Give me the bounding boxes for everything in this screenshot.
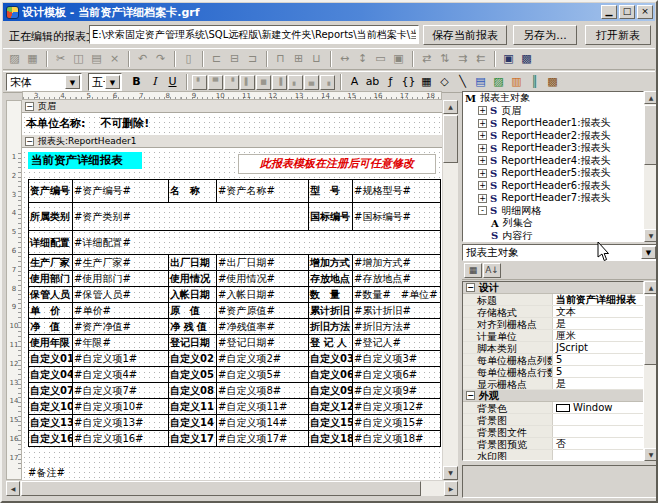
- collapse-icon[interactable]: −: [25, 102, 34, 111]
- label-cell[interactable]: 自定义06: [309, 367, 353, 383]
- field-cell[interactable]: #自定义项14#: [217, 415, 309, 431]
- insert-ole-button[interactable]: ▩: [544, 74, 561, 91]
- field-cell[interactable]: #登记日期#: [217, 335, 309, 351]
- field-cell[interactable]: #自定义项3#: [353, 351, 441, 367]
- delete-icon[interactable]: ×: [106, 51, 123, 68]
- label-cell[interactable]: 自定义09: [309, 383, 353, 399]
- label-cell[interactable]: 原 值: [169, 303, 217, 319]
- cell-align-bottom-left-button[interactable]: ▖: [288, 75, 303, 90]
- field-cell[interactable]: #规格型号#: [353, 180, 441, 203]
- property-value[interactable]: 否: [553, 438, 643, 449]
- space-equal-v-icon[interactable]: ⇅: [436, 51, 453, 68]
- space-equal-h-icon[interactable]: ⇄: [418, 51, 435, 68]
- collapse-icon[interactable]: −: [466, 283, 475, 292]
- bring-to-front-icon[interactable]: ▣: [500, 51, 517, 68]
- tree-item[interactable]: +S页眉: [463, 105, 643, 118]
- label-cell[interactable]: 出厂日期: [169, 255, 217, 271]
- company-name-field[interactable]: 本单位名称: 不可删除!: [26, 116, 149, 131]
- tree-item[interactable]: +SReportHeader3:报表头: [463, 142, 643, 155]
- label-cell[interactable]: 资产编号: [29, 180, 73, 203]
- scroll-down-icon[interactable]: ▼: [443, 466, 458, 480]
- register-notice-field[interactable]: 此报表模板在注册后可任意修改: [238, 154, 436, 174]
- open-new-report-button[interactable]: 打开新表: [585, 25, 651, 45]
- increase-space-icon[interactable]: ⇉: [454, 51, 471, 68]
- field-cell[interactable]: #自定义项15#: [353, 415, 441, 431]
- scroll-left-icon[interactable]: ◀: [6, 481, 20, 496]
- label-cell[interactable]: 自定义16: [29, 431, 73, 447]
- label-cell[interactable]: 自定义04: [29, 367, 73, 383]
- property-value[interactable]: 是: [553, 378, 643, 389]
- label-cell[interactable]: 自定义08: [169, 383, 217, 399]
- report-title-field[interactable]: 当前资产详细报表: [28, 152, 142, 169]
- field-cell[interactable]: #出厂日期#: [217, 255, 309, 271]
- scroll-down-icon[interactable]: ▼: [644, 448, 658, 461]
- label-cell[interactable]: 累计折旧: [309, 303, 353, 319]
- align-right-icon[interactable]: ⊐: [244, 51, 261, 68]
- paste-icon[interactable]: ▤: [88, 51, 105, 68]
- tree-item[interactable]: +SReportHeader5:报表头: [463, 167, 643, 180]
- label-cell[interactable]: 存放地点: [309, 271, 353, 287]
- field-cell[interactable]: #资产原值#: [217, 303, 309, 319]
- label-cell[interactable]: 自定义14: [169, 415, 217, 431]
- font-family-combo[interactable]: 宋体 ▼: [6, 73, 82, 91]
- save-report-icon[interactable]: ▦: [24, 51, 41, 68]
- expand-icon[interactable]: +: [478, 181, 487, 190]
- expand-icon[interactable]: +: [478, 119, 487, 128]
- tree-item[interactable]: A列集合: [463, 217, 643, 230]
- maximize-button[interactable]: □: [619, 5, 635, 19]
- font-size-combo[interactable]: 五号 ▼: [88, 73, 122, 91]
- field-cell[interactable]: #国标编号#: [353, 203, 441, 231]
- band-header-report-header1[interactable]: − 报表头:ReportHeader1: [22, 135, 442, 148]
- field-cell[interactable]: #保管人员#: [73, 287, 169, 303]
- close-button[interactable]: ×: [637, 5, 653, 19]
- field-cell[interactable]: #自定义项11#: [217, 399, 309, 415]
- label-cell[interactable]: 自定义11: [169, 399, 217, 415]
- cell-align-middle-right-button[interactable]: ▐: [272, 75, 287, 90]
- field-cell[interactable]: #数量# #单位#: [353, 287, 441, 303]
- insert-chart-button[interactable]: ▥: [508, 74, 525, 91]
- expand-icon[interactable]: +: [478, 194, 487, 203]
- field-cell[interactable]: #使用部门#: [73, 271, 169, 287]
- label-cell[interactable]: 净 值: [29, 319, 73, 335]
- property-group-row[interactable]: −外观: [463, 390, 643, 402]
- collapse-icon[interactable]: −: [25, 137, 34, 146]
- underline-button[interactable]: U: [164, 74, 181, 91]
- label-cell[interactable]: 详细配置: [29, 231, 73, 255]
- field-cell[interactable]: #净残值率#: [217, 319, 309, 335]
- scroll-up-icon[interactable]: ▲: [644, 91, 658, 104]
- report-path-input[interactable]: [89, 25, 419, 44]
- expand-icon[interactable]: +: [478, 156, 487, 165]
- field-cell[interactable]: #自定义项10#: [73, 399, 169, 415]
- label-cell[interactable]: 入帐日期: [169, 287, 217, 303]
- insert-shape-button[interactable]: ◇: [436, 74, 453, 91]
- same-size-icon[interactable]: ▭: [372, 51, 389, 68]
- field-cell[interactable]: #资产净值#: [73, 319, 169, 335]
- property-group-row[interactable]: −设计: [463, 282, 643, 294]
- hscroll-thumb[interactable]: [21, 481, 421, 496]
- label-cell[interactable]: 自定义13: [29, 415, 73, 431]
- label-cell[interactable]: 使用年限: [29, 335, 73, 351]
- field-cell[interactable]: #自定义项12#: [353, 399, 441, 415]
- send-to-back-icon[interactable]: ▩: [518, 51, 535, 68]
- property-value[interactable]: 是: [553, 318, 643, 329]
- canvas-hscrollbar[interactable]: ◀ ▶: [6, 481, 458, 496]
- property-value[interactable]: 厘米: [553, 330, 643, 341]
- label-cell[interactable]: 自定义01: [29, 351, 73, 367]
- label-cell[interactable]: 净 残 值: [169, 319, 217, 335]
- field-cell[interactable]: #使用情况#: [217, 271, 309, 287]
- field-cell[interactable]: #增加方式#: [353, 255, 441, 271]
- vscroll-thumb[interactable]: [443, 115, 458, 163]
- label-cell[interactable]: 折旧方法: [309, 319, 353, 335]
- object-selector-combo[interactable]: 报表主对象 ▼: [462, 244, 658, 261]
- save-as-button[interactable]: 另存为...: [513, 25, 577, 45]
- label-cell[interactable]: 所属类别: [29, 203, 73, 231]
- cell-align-center-button[interactable]: ■: [256, 75, 271, 90]
- align-top-icon[interactable]: ⊓: [272, 51, 289, 68]
- label-cell[interactable]: 数 量: [309, 287, 353, 303]
- field-cell[interactable]: #登记人#: [353, 335, 441, 351]
- field-cell[interactable]: #自定义项4#: [73, 367, 169, 383]
- remark-field[interactable]: #备注#: [28, 466, 65, 480]
- insert-system-var-button[interactable]: {}: [400, 74, 417, 91]
- scroll-right-icon[interactable]: ▶: [444, 481, 458, 496]
- cell-align-top-center-button[interactable]: ▀: [208, 75, 223, 90]
